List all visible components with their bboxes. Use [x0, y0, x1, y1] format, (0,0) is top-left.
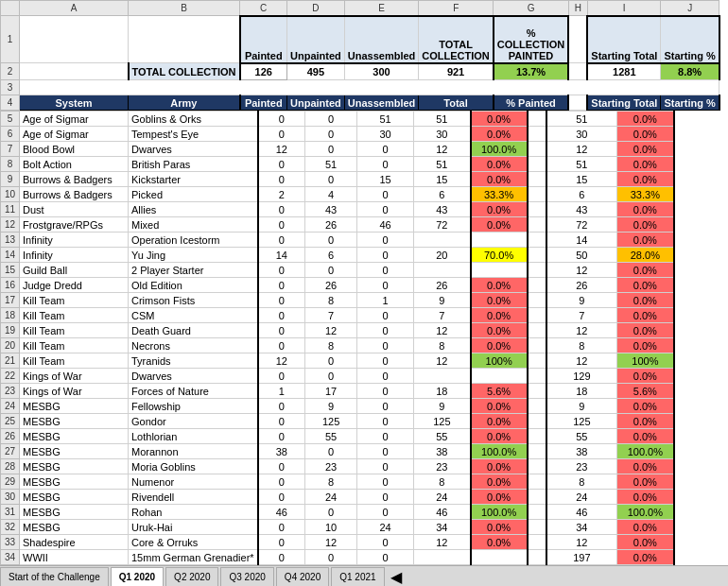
cell-army: 2 Player Starter — [129, 263, 258, 278]
table-row: 18Kill TeamCSM07070.0%70.0% — [1, 308, 674, 323]
r3-blank — [20, 80, 719, 95]
cell-pct-painted: 0.0% — [471, 338, 528, 353]
cell-system: Infinity — [20, 248, 129, 263]
cell-system: Burrows & Badgers — [20, 172, 129, 187]
cell-starting-pct: 28.0% — [617, 248, 674, 263]
cell-painted: 0 — [258, 293, 305, 308]
cell-starting-pct: 0.0% — [617, 308, 674, 323]
col-g-header: G — [494, 1, 569, 16]
cell-system: Dust — [20, 202, 129, 217]
cell-painted: 1 — [258, 384, 305, 399]
cell-total: 46 — [414, 505, 471, 520]
col-f-header: F — [419, 1, 494, 16]
cell-painted: 2 — [258, 187, 305, 202]
table-row: 24MESBGFellowship09090.0%90.0% — [1, 399, 674, 414]
cell-army: Necrons — [129, 338, 258, 353]
cell-system: MESBG — [20, 505, 129, 520]
cell-starting-pct: 0.0% — [617, 323, 674, 338]
cell-unpainted: 0 — [305, 550, 357, 565]
tab-q3-2020[interactable]: Q3 2020 — [220, 567, 273, 586]
cell-starting-total: 23 — [546, 459, 617, 474]
r1-system — [20, 16, 129, 63]
cell-h-blank — [528, 112, 546, 127]
cell-h-blank — [528, 248, 546, 263]
cell-starting-pct: 0.0% — [617, 112, 674, 127]
tab-q4-2020[interactable]: Q4 2020 — [276, 567, 329, 586]
tab-q1-2021[interactable]: Q1 2021 — [331, 567, 384, 586]
cell-painted: 0 — [258, 535, 305, 550]
cell-unpainted: 6 — [305, 248, 357, 263]
corner-cell — [1, 1, 20, 16]
cell-h-blank — [528, 474, 546, 490]
cell-starting-total: 12 — [546, 323, 617, 338]
cell-unpainted: 8 — [305, 474, 357, 490]
tab-q2-2020[interactable]: Q2 2020 — [165, 567, 218, 586]
cell-starting-pct: 0.0% — [617, 490, 674, 505]
cell-army: Gondor — [129, 414, 258, 429]
tab-start[interactable]: Start of the Challenge — [0, 567, 109, 586]
cell-unpainted: 9 — [305, 399, 357, 414]
cell-system: Kill Team — [20, 353, 129, 369]
cell-system: Guild Ball — [20, 263, 129, 278]
row-8-header: 8 — [1, 157, 20, 172]
cell-pct-painted: 100.0% — [471, 142, 528, 157]
table-row: 14InfinityYu Jing14602070.0%5028.0% — [1, 248, 674, 263]
cell-army: Morannon — [129, 444, 258, 459]
table-row: 12Frostgrave/RPGsMixed02646720.0%720.0% — [1, 217, 674, 233]
row-24-header: 24 — [1, 399, 20, 414]
cell-h-blank — [528, 338, 546, 353]
cell-total: 15 — [414, 172, 471, 187]
cell-starting-total: 72 — [546, 217, 617, 233]
cell-total — [414, 263, 471, 278]
cell-unassembled: 0 — [357, 233, 414, 248]
cell-army: Forces of Nature — [129, 384, 258, 399]
cell-painted: 0 — [258, 429, 305, 444]
data-table: 5Age of SigmarGoblins & Orks0051510.0%51… — [0, 111, 675, 565]
cell-unassembled: 0 — [357, 248, 414, 263]
table-row: 33ShadespireCore & Orruks0120120.0%120.0… — [1, 535, 674, 550]
scroll-left-icon[interactable]: ◀ — [390, 568, 402, 586]
cell-painted: 0 — [258, 127, 305, 142]
cell-painted: 0 — [258, 202, 305, 217]
table-row: 28MESBGMoria Goblins0230230.0%230.0% — [1, 459, 674, 474]
cell-starting-pct: 5.6% — [617, 384, 674, 399]
cell-starting-total: 46 — [546, 505, 617, 520]
cell-starting-total: 30 — [546, 127, 617, 142]
cell-unpainted: 0 — [305, 263, 357, 278]
cell-starting-total: 9 — [546, 399, 617, 414]
cell-pct-painted: 100.0% — [471, 505, 528, 520]
cell-total: 72 — [414, 217, 471, 233]
cell-starting-total: 26 — [546, 278, 617, 293]
row-21-header: 21 — [1, 353, 20, 369]
cell-army: Mixed — [129, 217, 258, 233]
col-system-label: System — [20, 95, 129, 111]
table-row: 6Age of SigmarTempest's Eye0030300.0%300… — [1, 127, 674, 142]
cell-unassembled: 0 — [357, 323, 414, 338]
cell-pct-painted — [471, 550, 528, 565]
cell-starting-total: 51 — [546, 112, 617, 127]
cell-army: Fellowship — [129, 399, 258, 414]
cell-painted: 0 — [258, 338, 305, 353]
cell-unpainted: 26 — [305, 278, 357, 293]
cell-painted: 0 — [258, 308, 305, 323]
tab-q1-2020[interactable]: Q1 2020 — [111, 567, 164, 586]
cell-starting-total: 18 — [546, 384, 617, 399]
cell-h-blank — [528, 278, 546, 293]
cell-painted: 0 — [258, 172, 305, 187]
cell-pct-painted: 0.0% — [471, 414, 528, 429]
grid-wrapper[interactable]: A B C D E F G H I J 1 Painted Unpainted … — [0, 0, 728, 565]
table-row: 13InfinityOperation Icestorm000140.0% — [1, 233, 674, 248]
cell-pct-painted: 0.0% — [471, 278, 528, 293]
col-d-header: D — [287, 1, 345, 16]
cell-army: Rivendell — [129, 490, 258, 505]
col-i-header: I — [587, 1, 661, 16]
cell-pct-painted: 0.0% — [471, 172, 528, 187]
cell-h-blank — [528, 535, 546, 550]
cell-h-blank — [528, 172, 546, 187]
cell-unassembled: 51 — [357, 112, 414, 127]
cell-painted: 0 — [258, 414, 305, 429]
table-row: 15Guild Ball2 Player Starter000120.0% — [1, 263, 674, 278]
cell-starting-total: 55 — [546, 429, 617, 444]
cell-starting-pct: 0.0% — [617, 157, 674, 172]
cell-army: Kickstarter — [129, 172, 258, 187]
